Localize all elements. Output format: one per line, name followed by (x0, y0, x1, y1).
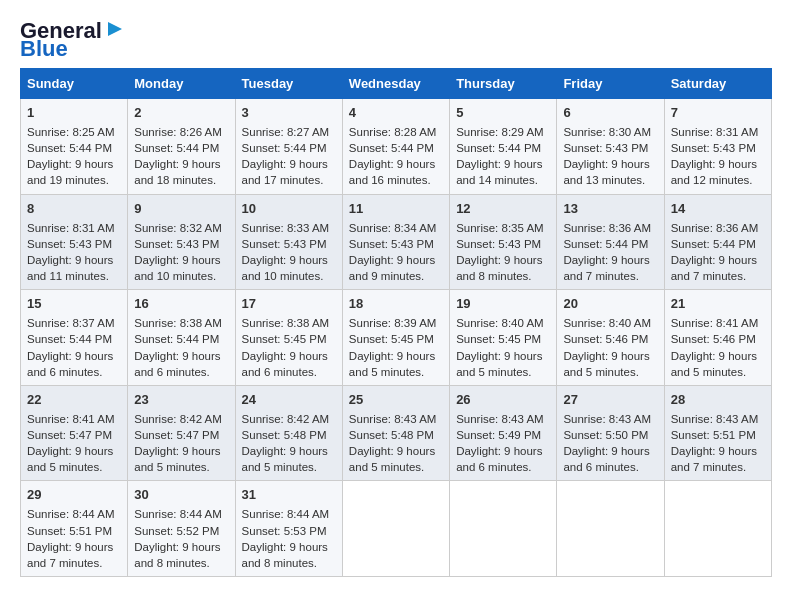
day-info: and 5 minutes. (671, 364, 765, 380)
calendar-cell: 17Sunrise: 8:38 AMSunset: 5:45 PMDayligh… (235, 290, 342, 386)
day-info: and 5 minutes. (349, 459, 443, 475)
day-number: 18 (349, 295, 443, 313)
calendar-cell: 1Sunrise: 8:25 AMSunset: 5:44 PMDaylight… (21, 99, 128, 195)
calendar-cell: 3Sunrise: 8:27 AMSunset: 5:44 PMDaylight… (235, 99, 342, 195)
calendar-cell: 25Sunrise: 8:43 AMSunset: 5:48 PMDayligh… (342, 385, 449, 481)
header-row: SundayMondayTuesdayWednesdayThursdayFrid… (21, 69, 772, 99)
day-header-friday: Friday (557, 69, 664, 99)
day-info: and 6 minutes. (27, 364, 121, 380)
calendar-cell: 21Sunrise: 8:41 AMSunset: 5:46 PMDayligh… (664, 290, 771, 386)
week-row-4: 22Sunrise: 8:41 AMSunset: 5:47 PMDayligh… (21, 385, 772, 481)
week-row-5: 29Sunrise: 8:44 AMSunset: 5:51 PMDayligh… (21, 481, 772, 577)
logo-blue: Blue (20, 38, 68, 60)
day-number: 23 (134, 391, 228, 409)
day-info: Sunset: 5:46 PM (563, 331, 657, 347)
calendar-cell: 4Sunrise: 8:28 AMSunset: 5:44 PMDaylight… (342, 99, 449, 195)
day-number: 17 (242, 295, 336, 313)
day-info: Sunset: 5:45 PM (456, 331, 550, 347)
day-info: Daylight: 9 hours (134, 252, 228, 268)
day-info: Sunset: 5:44 PM (27, 331, 121, 347)
day-info: Sunset: 5:48 PM (349, 427, 443, 443)
day-number: 3 (242, 104, 336, 122)
calendar-cell: 20Sunrise: 8:40 AMSunset: 5:46 PMDayligh… (557, 290, 664, 386)
day-info: Daylight: 9 hours (242, 348, 336, 364)
day-info: Sunset: 5:45 PM (242, 331, 336, 347)
day-info: Sunset: 5:43 PM (27, 236, 121, 252)
day-number: 14 (671, 200, 765, 218)
day-info: and 5 minutes. (456, 364, 550, 380)
day-info: and 12 minutes. (671, 172, 765, 188)
calendar-cell: 9Sunrise: 8:32 AMSunset: 5:43 PMDaylight… (128, 194, 235, 290)
day-info: Daylight: 9 hours (242, 539, 336, 555)
day-info: Daylight: 9 hours (456, 156, 550, 172)
calendar-cell: 15Sunrise: 8:37 AMSunset: 5:44 PMDayligh… (21, 290, 128, 386)
day-info: Sunset: 5:44 PM (456, 140, 550, 156)
day-number: 6 (563, 104, 657, 122)
day-info: Sunrise: 8:33 AM (242, 220, 336, 236)
day-info: Sunrise: 8:37 AM (27, 315, 121, 331)
day-info: and 5 minutes. (349, 364, 443, 380)
day-info: Sunset: 5:43 PM (134, 236, 228, 252)
day-number: 31 (242, 486, 336, 504)
day-info: Sunrise: 8:40 AM (456, 315, 550, 331)
day-info: Sunrise: 8:31 AM (671, 124, 765, 140)
day-info: and 16 minutes. (349, 172, 443, 188)
day-info: and 7 minutes. (671, 459, 765, 475)
day-number: 20 (563, 295, 657, 313)
week-row-2: 8Sunrise: 8:31 AMSunset: 5:43 PMDaylight… (21, 194, 772, 290)
calendar-cell: 6Sunrise: 8:30 AMSunset: 5:43 PMDaylight… (557, 99, 664, 195)
svg-marker-0 (108, 22, 122, 36)
day-info: Daylight: 9 hours (349, 443, 443, 459)
week-row-3: 15Sunrise: 8:37 AMSunset: 5:44 PMDayligh… (21, 290, 772, 386)
day-number: 29 (27, 486, 121, 504)
day-info: Sunset: 5:44 PM (242, 140, 336, 156)
calendar-cell: 26Sunrise: 8:43 AMSunset: 5:49 PMDayligh… (450, 385, 557, 481)
day-info: Daylight: 9 hours (563, 443, 657, 459)
day-info: and 8 minutes. (242, 555, 336, 571)
calendar-cell: 18Sunrise: 8:39 AMSunset: 5:45 PMDayligh… (342, 290, 449, 386)
day-info: Daylight: 9 hours (27, 156, 121, 172)
day-info: and 5 minutes. (242, 459, 336, 475)
day-info: Sunset: 5:49 PM (456, 427, 550, 443)
day-number: 15 (27, 295, 121, 313)
day-info: Sunset: 5:46 PM (671, 331, 765, 347)
day-info: Daylight: 9 hours (27, 443, 121, 459)
day-info: Sunset: 5:44 PM (134, 331, 228, 347)
day-info: and 5 minutes. (134, 459, 228, 475)
day-info: Sunrise: 8:42 AM (242, 411, 336, 427)
calendar-cell: 31Sunrise: 8:44 AMSunset: 5:53 PMDayligh… (235, 481, 342, 577)
day-info: and 10 minutes. (134, 268, 228, 284)
calendar-cell: 19Sunrise: 8:40 AMSunset: 5:45 PMDayligh… (450, 290, 557, 386)
day-info: Daylight: 9 hours (456, 443, 550, 459)
day-info: Sunrise: 8:28 AM (349, 124, 443, 140)
day-info: and 7 minutes. (27, 555, 121, 571)
calendar-cell: 7Sunrise: 8:31 AMSunset: 5:43 PMDaylight… (664, 99, 771, 195)
calendar-cell: 2Sunrise: 8:26 AMSunset: 5:44 PMDaylight… (128, 99, 235, 195)
day-info: Daylight: 9 hours (349, 252, 443, 268)
calendar-cell: 8Sunrise: 8:31 AMSunset: 5:43 PMDaylight… (21, 194, 128, 290)
day-info: Daylight: 9 hours (563, 252, 657, 268)
calendar-cell: 14Sunrise: 8:36 AMSunset: 5:44 PMDayligh… (664, 194, 771, 290)
day-info: Sunset: 5:44 PM (134, 140, 228, 156)
calendar-cell: 12Sunrise: 8:35 AMSunset: 5:43 PMDayligh… (450, 194, 557, 290)
day-info: Sunrise: 8:38 AM (134, 315, 228, 331)
day-info: Daylight: 9 hours (563, 348, 657, 364)
day-info: Daylight: 9 hours (27, 252, 121, 268)
day-number: 28 (671, 391, 765, 409)
day-info: Daylight: 9 hours (456, 252, 550, 268)
day-info: and 5 minutes. (27, 459, 121, 475)
day-info: Sunrise: 8:29 AM (456, 124, 550, 140)
day-info: and 18 minutes. (134, 172, 228, 188)
day-number: 1 (27, 104, 121, 122)
day-info: and 6 minutes. (563, 459, 657, 475)
day-info: and 6 minutes. (134, 364, 228, 380)
day-info: and 6 minutes. (242, 364, 336, 380)
calendar-cell (342, 481, 449, 577)
day-info: Sunrise: 8:43 AM (671, 411, 765, 427)
day-info: Daylight: 9 hours (134, 443, 228, 459)
day-info: Sunset: 5:50 PM (563, 427, 657, 443)
day-header-thursday: Thursday (450, 69, 557, 99)
day-info: Daylight: 9 hours (563, 156, 657, 172)
day-info: Sunrise: 8:35 AM (456, 220, 550, 236)
calendar-table: SundayMondayTuesdayWednesdayThursdayFrid… (20, 68, 772, 577)
